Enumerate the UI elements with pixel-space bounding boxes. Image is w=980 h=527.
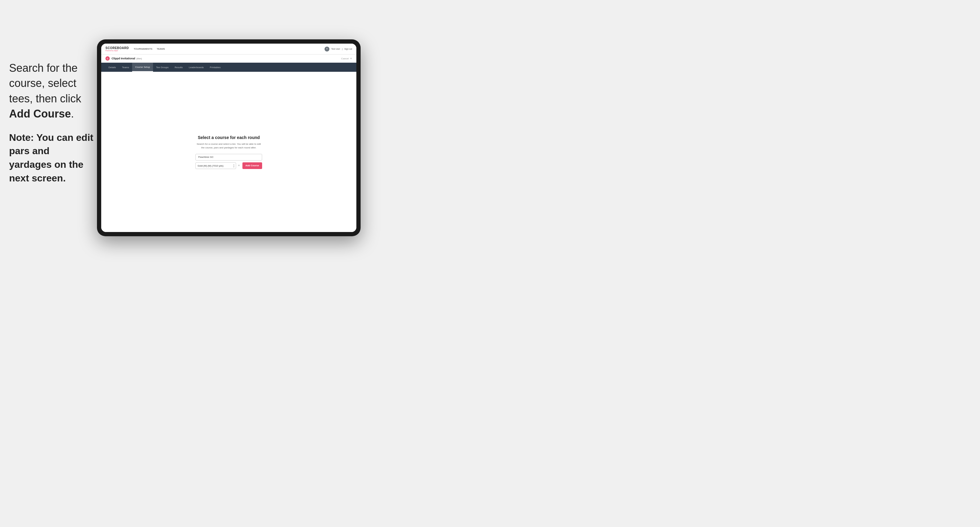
tournament-icon: C xyxy=(105,56,110,60)
sign-out-link[interactable]: Sign out xyxy=(344,48,352,50)
tab-tee-groups[interactable]: Tee Groups xyxy=(153,63,172,72)
tournament-name: Clippd Invitational xyxy=(111,57,135,60)
brand-title: SCOREBOARD xyxy=(105,47,129,50)
brand: SCOREBOARD Powered by clippd xyxy=(105,47,129,51)
add-course-button[interactable]: Add Course xyxy=(242,162,262,169)
nav-links: TOURNAMENTS TEAMS xyxy=(134,48,165,50)
navbar: SCOREBOARD Powered by clippd TOURNAMENTS… xyxy=(101,44,356,54)
tab-course-setup[interactable]: Course Setup xyxy=(132,63,153,72)
navbar-right: T Test User | Sign out xyxy=(325,47,352,51)
tab-teams[interactable]: Teams xyxy=(119,63,132,72)
tab-navigation: Details Teams Course Setup Tee Groups Re… xyxy=(101,63,356,72)
tournament-badge: (Men) xyxy=(136,57,142,60)
tab-printables[interactable]: Printables xyxy=(207,63,224,72)
instruction-text: Search for the course, select tees, then… xyxy=(9,60,94,122)
tab-results[interactable]: Results xyxy=(172,63,186,72)
nav-teams[interactable]: TEAMS xyxy=(157,48,165,50)
tablet-frame: SCOREBOARD Powered by clippd TOURNAMENTS… xyxy=(97,40,361,236)
note-text: Note: You can edit pars and yardages on … xyxy=(9,131,94,185)
cancel-button[interactable]: Cancel ✕ xyxy=(340,57,352,60)
tee-select-row: Gold (M) (M) (7010 yds) ▲ ▼ ✕ Add Course xyxy=(196,162,262,169)
separator: | xyxy=(342,48,342,50)
tournament-header: C Clippd Invitational (Men) Cancel ✕ xyxy=(101,54,356,63)
main-content: Select a course for each round Search fo… xyxy=(101,72,356,232)
tab-leaderboards[interactable]: Leaderboards xyxy=(186,63,207,72)
user-avatar: T xyxy=(325,47,329,51)
course-search-input[interactable] xyxy=(196,154,262,160)
nav-tournaments[interactable]: TOURNAMENTS xyxy=(134,48,153,50)
user-label: Test User xyxy=(331,48,340,50)
section-title: Select a course for each round xyxy=(198,135,260,140)
tee-select[interactable]: Gold (M) (M) (7010 yds) xyxy=(196,162,236,169)
section-description: Search for a course and select a tee. Yo… xyxy=(196,142,262,149)
tee-clear-button[interactable]: ✕ xyxy=(238,164,240,167)
instruction-area: Search for the course, select tees, then… xyxy=(9,60,94,194)
tab-details[interactable]: Details xyxy=(105,63,119,72)
cancel-icon: ✕ xyxy=(350,57,352,60)
tablet-screen: SCOREBOARD Powered by clippd TOURNAMENTS… xyxy=(101,44,356,232)
brand-sub: Powered by clippd xyxy=(105,50,129,51)
tee-select-wrapper: Gold (M) (M) (7010 yds) ▲ ▼ xyxy=(196,162,236,169)
